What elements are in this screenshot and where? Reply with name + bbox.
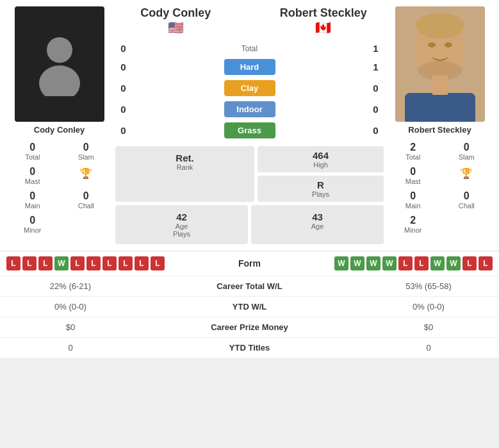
career-stats-container: 22% (6-21) Career Total W/L 53% (65-58) … <box>0 276 499 358</box>
form-badge-left: L <box>86 256 101 270</box>
form-badge-left: L <box>151 256 165 270</box>
right-main-label: Main <box>405 202 421 210</box>
left-rank-value: Ret. <box>122 153 248 163</box>
right-chall-cell: 0 Chall <box>441 188 493 212</box>
stat-row-label-1: YTD W/L <box>135 302 364 311</box>
clay-surface-btn: Clay <box>131 80 368 96</box>
right-age-label: Age <box>258 222 377 230</box>
stat-row-right-2: $0 <box>364 322 493 332</box>
left-minor-label: Minor <box>24 226 42 234</box>
grass-surface-btn: Grass <box>131 122 368 138</box>
right-center-stats: 464 High R Plays <box>258 146 384 202</box>
form-badge-right: L <box>479 256 493 270</box>
names-row: Cody Conley 🇺🇸 Robert Steckley 🇨🇦 <box>115 6 384 35</box>
stat-row-right-3: 0 <box>364 343 493 353</box>
svg-point-1 <box>39 65 80 96</box>
right-minor-label: Minor <box>404 226 422 234</box>
stat-row-left-2: $0 <box>6 322 135 332</box>
right-slam-cell: 0 Slam <box>441 140 493 163</box>
career-stat-row: 22% (6-21) Career Total W/L 53% (65-58) <box>0 276 499 296</box>
right-player-column: Robert Steckley 2 Total 0 Slam 0 Mast 🏆 <box>387 6 493 244</box>
right-plays-box: R Plays <box>258 176 384 202</box>
left-stats-grid: 0 Total 0 Slam 0 Mast 🏆 0 Main <box>6 140 112 236</box>
form-badge-right: W <box>382 256 397 270</box>
main-container: Cody Conley 0 Total 0 Slam 0 Mast 🏆 <box>0 0 499 358</box>
form-badge-right: W <box>446 256 461 270</box>
indoor-score-right: 0 <box>368 104 384 115</box>
form-badge-right: W <box>366 256 380 270</box>
right-plays-value: R <box>261 179 380 190</box>
left-minor-value: 0 <box>29 215 35 226</box>
left-player-name: Cody Conley <box>34 125 85 135</box>
right-total-label: Total <box>405 153 420 161</box>
stat-row-right-1: 0% (0-0) <box>364 302 493 311</box>
right-main-cell: 0 Main <box>387 188 439 212</box>
left-rank-label: Rank <box>122 163 248 171</box>
grass-score-left: 0 <box>115 125 131 136</box>
left-flag: 🇺🇸 <box>168 20 184 35</box>
indoor-surface-btn: Indoor <box>131 101 368 117</box>
stat-row-label-2: Career Prize Money <box>135 322 364 332</box>
right-name-block: Robert Steckley 🇨🇦 <box>263 6 384 35</box>
hard-score-right: 1 <box>368 62 384 72</box>
form-badge-right: W <box>334 256 348 270</box>
stat-row-left-0: 22% (6-21) <box>6 281 135 291</box>
right-mast-cell: 0 Mast <box>387 164 439 187</box>
stat-row-label-3: YTD Titles <box>135 343 364 353</box>
right-chall-value: 0 <box>464 190 470 202</box>
right-player-photo <box>395 6 485 122</box>
right-trophy-cell: 🏆 <box>441 164 493 187</box>
form-label: Form <box>238 258 261 269</box>
career-stat-row: 0 YTD Titles 0 <box>0 337 499 358</box>
form-badge-left: W <box>54 256 69 270</box>
left-mast-cell: 0 Mast <box>6 164 59 187</box>
right-age-box: 43 Age <box>251 205 384 244</box>
left-minor-cell: 0 Minor <box>6 213 59 236</box>
right-chall-label: Chall <box>459 202 475 210</box>
left-player-photo <box>15 6 104 122</box>
svg-rect-9 <box>432 76 448 95</box>
left-age-box: 42 Age Plays <box>115 205 248 244</box>
form-badge-left: L <box>119 256 133 270</box>
total-score-right: 1 <box>368 43 384 54</box>
right-age-value: 43 <box>258 212 377 222</box>
form-badge-right: L <box>462 256 477 270</box>
indoor-score-left: 0 <box>115 104 131 115</box>
right-mast-label: Mast <box>405 178 421 185</box>
form-badge-left: L <box>22 256 37 270</box>
svg-point-0 <box>47 37 72 63</box>
left-center-stat-box: Ret. Rank <box>115 146 254 202</box>
form-badge-left: L <box>38 256 53 270</box>
right-big-name: Robert Steckley <box>280 6 367 20</box>
left-plays-label: Plays <box>122 230 241 238</box>
left-big-name: Cody Conley <box>140 6 211 20</box>
hard-score-left: 0 <box>115 62 131 72</box>
left-total-value: 0 <box>29 142 35 153</box>
stat-row-left-3: 0 <box>6 343 135 353</box>
right-stats-grid: 2 Total 0 Slam 0 Mast 🏆 0 Main <box>387 140 493 236</box>
left-name-block: Cody Conley 🇺🇸 <box>115 6 236 35</box>
right-minor-cell: 2 Minor <box>387 213 439 236</box>
right-form-badges: WWWWLLWWLL <box>334 256 493 270</box>
comparison-wrapper: Cody Conley 0 Total 0 Slam 0 Mast 🏆 <box>0 0 499 251</box>
right-main-value: 0 <box>410 190 416 202</box>
right-rank-value: 464 <box>261 150 380 161</box>
right-minor-value: 2 <box>410 215 416 226</box>
right-mast-value: 0 <box>410 166 416 178</box>
right-flag: 🇨🇦 <box>315 20 331 35</box>
left-trophy-cell: 🏆 <box>60 164 113 187</box>
form-section: LLLWLLLLLL Form WWWWLLWWLL <box>0 251 499 276</box>
svg-point-6 <box>445 42 452 47</box>
left-age-label: Age <box>122 222 241 230</box>
grass-btn-label: Grass <box>224 122 275 138</box>
clay-score-row: 0 Clay 0 <box>115 80 384 96</box>
total-score-label: Total <box>241 44 258 53</box>
stat-row-right-0: 53% (65-58) <box>364 281 493 291</box>
right-plays-label: Plays <box>261 190 380 198</box>
left-total-label: Total <box>25 153 40 161</box>
right-rank-box: 464 High <box>258 146 384 172</box>
left-chall-cell: 0 Chall <box>60 188 113 212</box>
form-badge-left: L <box>6 256 20 270</box>
hard-btn-label: Hard <box>224 59 275 75</box>
svg-rect-8 <box>405 93 475 122</box>
